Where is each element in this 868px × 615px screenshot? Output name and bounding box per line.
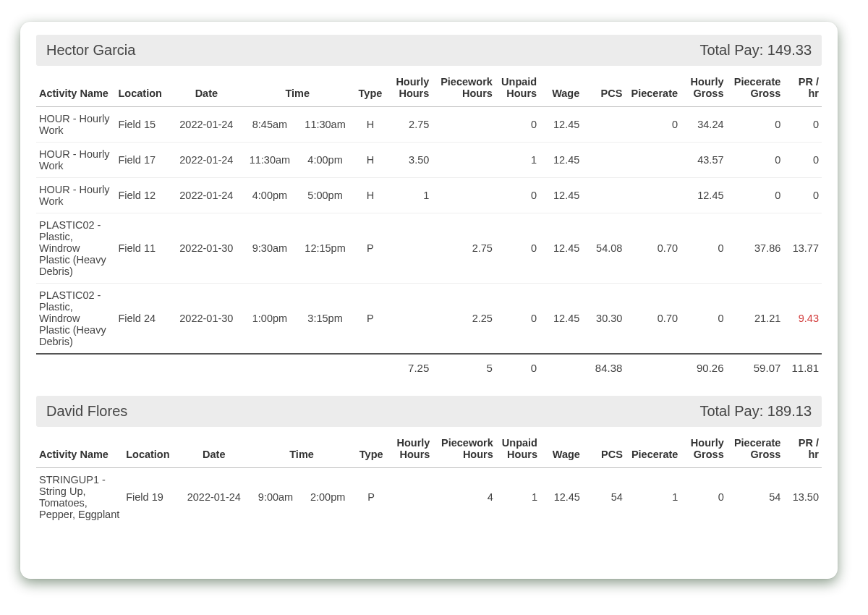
- cell-hourly-hours: [388, 284, 432, 355]
- cell-pr-hr: 9.43: [783, 284, 822, 355]
- cell-pcs: 54: [583, 468, 626, 527]
- cell-hourly-gross: 0: [681, 213, 726, 284]
- total-piecerate-gross: 59.07: [727, 354, 784, 384]
- cell-hourly-gross: 0: [681, 284, 726, 355]
- col-wage: Wage: [540, 70, 582, 107]
- col-hourly-gross: Hourly Gross: [681, 70, 726, 107]
- cell-unpaid-hours: 0: [495, 107, 540, 143]
- col-hourly-gross: Hourly Gross: [681, 431, 726, 468]
- col-wage: Wage: [540, 431, 583, 468]
- activity-table: Activity Name Location Date Time Type Ho…: [36, 70, 822, 384]
- table-row: STRINGUP1 - String Up, Tomatoes, Pepper,…: [36, 468, 822, 527]
- col-time: Time: [250, 431, 354, 468]
- col-piecerate: Piecerate: [625, 70, 681, 107]
- col-pcs: PCS: [583, 431, 626, 468]
- employee-total-pay: Total Pay: 189.13: [699, 403, 812, 420]
- cell-pr-hr: 13.77: [783, 213, 822, 284]
- cell-piecework-hours: [432, 107, 495, 143]
- cell-activity: STRINGUP1 - String Up, Tomatoes, Pepper,…: [36, 468, 123, 527]
- total-hourly-hours: 7.25: [388, 354, 432, 384]
- total-pay-label: Total Pay:: [699, 403, 763, 419]
- cell-hourly-hours: 3.50: [388, 143, 432, 178]
- cell-piecerate: 1: [626, 468, 681, 527]
- report-card: Hector Garcia Total Pay: 149.33 Activity…: [20, 22, 838, 579]
- cell-time-end: 12:15pm: [297, 213, 353, 284]
- cell-date: 2022-01-24: [179, 468, 250, 527]
- cell-pr-hr: 0: [783, 178, 822, 213]
- total-pay-value: 149.33: [767, 42, 812, 58]
- cell-location: Field 19: [123, 468, 178, 527]
- cell-time-start: 1:00pm: [242, 284, 298, 355]
- cell-time-start: 11:30am: [242, 143, 298, 178]
- cell-hourly-gross: 12.45: [681, 178, 726, 213]
- cell-type: P: [353, 213, 388, 284]
- total-hourly-gross: 90.26: [681, 354, 726, 384]
- cell-time-start: 9:30am: [242, 213, 298, 284]
- cell-wage: 12.45: [540, 178, 582, 213]
- cell-location: Field 11: [115, 213, 171, 284]
- cell-unpaid-hours: 1: [496, 468, 540, 527]
- cell-piecerate: 0: [625, 107, 681, 143]
- cell-unpaid-hours: 0: [495, 213, 540, 284]
- cell-type: H: [353, 143, 388, 178]
- cell-time-end: 4:00pm: [297, 143, 353, 178]
- cell-wage: 12.45: [540, 143, 582, 178]
- cell-time-start: 9:00am: [250, 468, 302, 527]
- col-piecerate: Piecerate: [626, 431, 681, 468]
- cell-type: H: [353, 178, 388, 213]
- col-piecework-hours: Piecework Hours: [433, 431, 495, 468]
- cell-pcs: [582, 143, 625, 178]
- cell-unpaid-hours: 0: [495, 178, 540, 213]
- col-activity: Activity Name: [36, 70, 115, 107]
- cell-activity: PLASTIC02 - Plastic, Windrow Plastic (He…: [36, 213, 115, 284]
- cell-date: 2022-01-24: [171, 107, 242, 143]
- cell-piecerate: [625, 143, 681, 178]
- cell-hourly-hours: [388, 468, 433, 527]
- cell-location: Field 24: [115, 284, 171, 355]
- col-unpaid-hours: Unpaid Hours: [496, 431, 540, 468]
- employee-name: David Flores: [46, 403, 127, 420]
- cell-piecerate-gross: 37.86: [727, 213, 784, 284]
- cell-pcs: [582, 178, 625, 213]
- cell-activity: HOUR - Hourly Work: [36, 107, 115, 143]
- cell-date: 2022-01-30: [171, 284, 242, 355]
- cell-location: Field 17: [115, 143, 171, 178]
- cell-type: P: [354, 468, 388, 527]
- cell-piecerate-gross: 0: [727, 107, 784, 143]
- cell-date: 2022-01-24: [171, 143, 242, 178]
- table-row: PLASTIC02 - Plastic, Windrow Plastic (He…: [36, 284, 822, 355]
- table-totals: 7.25 5 0 84.38 90.26 59.07 11.81: [36, 354, 822, 384]
- cell-hourly-gross: 0: [681, 468, 726, 527]
- cell-pcs: 54.08: [582, 213, 625, 284]
- cell-activity: PLASTIC02 - Plastic, Windrow Plastic (He…: [36, 284, 115, 355]
- cell-unpaid-hours: 1: [495, 143, 540, 178]
- cell-location: Field 15: [115, 107, 171, 143]
- cell-type: P: [353, 284, 388, 355]
- cell-hourly-hours: [388, 213, 432, 284]
- cell-piecework-hours: 2.25: [432, 284, 495, 355]
- col-location: Location: [123, 431, 178, 468]
- col-activity: Activity Name: [36, 431, 123, 468]
- cell-time-start: 8:45am: [242, 107, 298, 143]
- col-piecerate-gross: Piecerate Gross: [727, 431, 784, 468]
- cell-time-end: 11:30am: [297, 107, 353, 143]
- cell-piecerate-gross: 0: [727, 178, 784, 213]
- cell-piecework-hours: 4: [433, 468, 495, 527]
- table-row: HOUR - Hourly Work Field 15 2022-01-24 8…: [36, 107, 822, 143]
- table-header: Activity Name Location Date Time Type Ho…: [36, 431, 822, 468]
- cell-activity: HOUR - Hourly Work: [36, 143, 115, 178]
- col-hourly-hours: Hourly Hours: [388, 431, 433, 468]
- cell-piecework-hours: 2.75: [432, 213, 495, 284]
- col-pr-hr: PR / hr: [783, 70, 822, 107]
- cell-piecerate-gross: 21.21: [727, 284, 784, 355]
- cell-wage: 12.45: [540, 468, 583, 527]
- cell-pr-hr: 0: [783, 143, 822, 178]
- cell-piecerate-gross: 54: [727, 468, 784, 527]
- cell-piecerate: 0.70: [625, 284, 681, 355]
- col-date: Date: [171, 70, 242, 107]
- cell-type: H: [353, 107, 388, 143]
- cell-date: 2022-01-24: [171, 178, 242, 213]
- cell-piecework-hours: [432, 178, 495, 213]
- col-pcs: PCS: [582, 70, 625, 107]
- cell-unpaid-hours: 0: [495, 284, 540, 355]
